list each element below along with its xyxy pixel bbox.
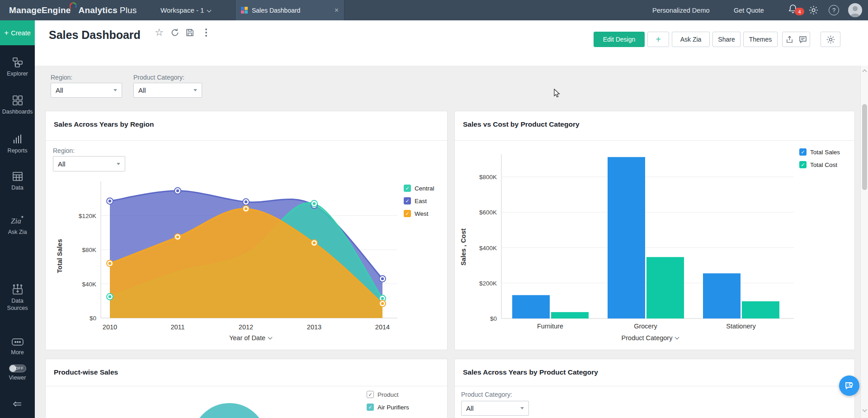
checkbox-icon: ✓ <box>799 161 807 168</box>
svg-text:2013: 2013 <box>307 323 321 331</box>
data-table-icon <box>12 171 24 182</box>
svg-text:$600K: $600K <box>479 209 497 216</box>
pie-chart-legend: ✓ Product ✓ Air Purifiers <box>367 391 409 411</box>
region-filter-dropdown[interactable]: All <box>51 83 122 98</box>
settings-gear-icon[interactable] <box>808 5 819 17</box>
create-button[interactable]: + Create <box>0 20 35 45</box>
x-axis-field-selector[interactable]: Year of Date <box>176 334 325 342</box>
panel-title: Sales Across Years by Region <box>54 120 154 128</box>
themes-button[interactable]: Themes <box>743 32 778 47</box>
sidebar-item-data[interactable]: Data <box>0 171 35 192</box>
viewer-toggle[interactable]: OFF Viewer <box>0 365 35 382</box>
checkbox-icon: ✓ <box>404 197 411 204</box>
product-category-filter-label: Product Category: <box>133 74 184 81</box>
svg-text:2010: 2010 <box>103 323 117 331</box>
dropdown-caret-icon <box>117 163 120 165</box>
comment-icon[interactable] <box>799 35 807 43</box>
svg-text:$200K: $200K <box>479 280 497 287</box>
svg-text:$0: $0 <box>490 315 497 322</box>
svg-text:$40K: $40K <box>82 281 96 288</box>
dashboard-settings-button[interactable] <box>821 32 840 47</box>
x-axis-field-selector[interactable]: Product Category <box>576 334 725 342</box>
vertical-scrollbar[interactable] <box>860 66 868 418</box>
explorer-icon <box>12 57 24 68</box>
panel-sales-across-years-by-product-category: Sales Across Years by Product Category P… <box>454 359 855 418</box>
panel-product-category-filter-label: Product Category: <box>461 391 512 398</box>
viewer-off-toggle[interactable]: OFF <box>9 365 26 372</box>
scroll-down-icon[interactable] <box>863 408 867 412</box>
svg-text:$120K: $120K <box>79 213 96 219</box>
page-title: Sales Dashboard <box>49 28 141 42</box>
export-icon[interactable] <box>786 35 793 43</box>
chevron-down-icon <box>268 335 273 340</box>
svg-text:2011: 2011 <box>170 323 184 331</box>
sidebar-collapse-button[interactable] <box>0 399 35 408</box>
manageengine-swoosh-icon <box>70 1 77 14</box>
bar-chart-legend: ✓ Total Sales ✓ Total Cost <box>799 148 840 168</box>
sidebar-item-explorer[interactable]: Explorer <box>0 57 35 78</box>
panel-product-wise-sales: Product-wise Sales ✓ Product ✓ Air Purif… <box>45 359 448 418</box>
checkbox-icon: ✓ <box>799 148 807 156</box>
legend-item-west[interactable]: ✓ West <box>404 210 434 217</box>
legend-header-product[interactable]: ✓ Product <box>367 391 409 398</box>
gear-icon <box>826 35 835 44</box>
workspace-label: Workspace - 1 <box>160 6 204 14</box>
pie-chart-slice[interactable] <box>192 403 267 418</box>
tab-close-icon[interactable]: × <box>335 6 339 14</box>
ask-zia-button[interactable]: Ask Zia <box>672 32 710 47</box>
sidebar-item-reports[interactable]: Reports <box>0 133 35 155</box>
help-icon[interactable]: ? <box>829 5 839 15</box>
panel-product-category-filter-dropdown[interactable]: All <box>461 401 529 416</box>
panel-region-filter-label: Region: <box>53 147 75 154</box>
add-report-button[interactable]: + <box>647 32 669 47</box>
user-avatar[interactable] <box>848 3 862 17</box>
workspace-selector[interactable]: Workspace - 1 <box>160 0 211 20</box>
refresh-icon[interactable] <box>169 27 181 38</box>
checkbox-icon: ✓ <box>404 185 411 192</box>
svg-text:Zia: Zia <box>11 217 21 225</box>
sidebar-item-ask-zia[interactable]: Zia Ask Zia <box>0 215 35 236</box>
checkbox-icon: ✓ <box>404 210 411 217</box>
more-options-kebab-icon[interactable] <box>200 27 212 38</box>
save-icon[interactable] <box>184 27 196 38</box>
get-quote-link[interactable]: Get Quote <box>734 0 764 20</box>
notifications-bell-icon[interactable]: 4 <box>788 4 801 17</box>
sidebar-item-data-sources[interactable]: Data Sources <box>0 284 35 312</box>
scrollbar-thumb[interactable] <box>862 104 867 190</box>
chevron-down-icon <box>675 335 679 340</box>
notification-badge: 4 <box>795 8 804 15</box>
left-sidebar: + Create Explorer Dashboards Reports Dat… <box>0 20 35 418</box>
legend-item-air-purifiers[interactable]: ✓ Air Purifiers <box>367 404 409 411</box>
legend-item-total-cost[interactable]: ✓ Total Cost <box>799 161 840 168</box>
favorite-star-icon[interactable]: ☆ <box>153 27 165 38</box>
more-ellipsis-icon <box>11 337 24 347</box>
dropdown-caret-icon <box>193 89 197 91</box>
personalized-demo-link[interactable]: Personalized Demo <box>652 0 710 20</box>
legend-item-total-sales[interactable]: ✓ Total Sales <box>799 148 840 156</box>
reports-icon <box>12 133 24 145</box>
svg-text:2012: 2012 <box>239 323 253 331</box>
panel-sales-vs-cost-by-product-category: Sales vs Cost by Product Category $0$200… <box>454 111 855 350</box>
svg-text:2014: 2014 <box>375 323 390 331</box>
svg-text:Total Sales: Total Sales <box>56 239 63 273</box>
region-filter-label: Region: <box>51 74 72 81</box>
svg-text:$0: $0 <box>90 315 96 322</box>
svg-text:Furniture: Furniture <box>537 323 563 330</box>
product-category-filter-dropdown[interactable]: All <box>133 83 202 98</box>
legend-item-central[interactable]: ✓ Central <box>404 185 434 192</box>
top-navbar: ManageEngineAnalyticsPlus Workspace - 1 … <box>0 0 868 20</box>
chat-support-button[interactable] <box>839 375 859 396</box>
svg-text:Grocery: Grocery <box>634 323 657 330</box>
scroll-up-icon[interactable] <box>863 70 867 74</box>
tab-sales-dashboard[interactable]: Sales Dashboard × <box>235 0 344 20</box>
share-button[interactable]: Share <box>712 32 741 47</box>
legend-item-east[interactable]: ✓ East <box>404 197 434 204</box>
brand-logo[interactable]: ManageEngineAnalyticsPlus <box>9 0 137 20</box>
data-sources-icon <box>12 284 24 295</box>
export-comment-button-group <box>782 32 810 47</box>
chat-bubble-icon <box>844 380 855 391</box>
panel-region-filter-dropdown[interactable]: All <box>53 156 125 171</box>
sidebar-item-more[interactable]: More <box>0 337 35 356</box>
sidebar-item-dashboards[interactable]: Dashboards <box>0 95 35 116</box>
edit-design-button[interactable]: Edit Design <box>594 32 645 47</box>
